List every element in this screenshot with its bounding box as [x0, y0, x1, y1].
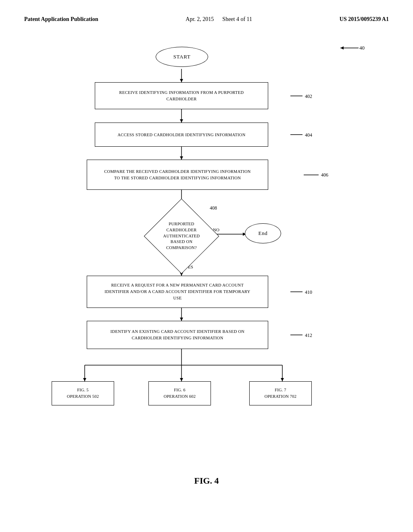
start-label: START — [173, 54, 191, 60]
header-left: Patent Application Publication — [24, 16, 98, 23]
node-410-label: Receive a request for a new permanent ca… — [104, 282, 250, 301]
fig7-label: Fig. 7Operation 702 — [265, 387, 296, 400]
svg-text:406: 406 — [321, 172, 328, 178]
svg-marker-21 — [180, 378, 183, 381]
node-402: Receive identifying information from a p… — [95, 82, 268, 109]
svg-marker-1 — [180, 79, 183, 82]
page-header: Patent Application Publication Apr. 2, 2… — [24, 16, 389, 23]
node-404: Access stored cardholder identifying inf… — [95, 123, 268, 147]
svg-marker-23 — [281, 378, 284, 381]
node-412-label: Identify an existing card account identi… — [111, 328, 245, 341]
header-right: US 2015/0095239 A1 — [340, 16, 389, 23]
svg-marker-35 — [340, 46, 344, 50]
node-408-label: Purported cardholderauthenticated based … — [161, 221, 202, 251]
end-node: End — [245, 223, 281, 243]
fig6-box: Fig. 6Operation 602 — [148, 381, 211, 405]
svg-text:410: 410 — [305, 289, 312, 295]
node-412: Identify an existing card account identi… — [87, 321, 268, 349]
svg-marker-5 — [180, 156, 183, 160]
header-center: Apr. 2, 2015 Sheet 4 of 11 — [186, 16, 252, 23]
node-406: Compare the received cardholder identify… — [87, 160, 268, 190]
svg-text:400: 400 — [359, 45, 365, 51]
svg-marker-19 — [83, 378, 86, 381]
fig7-box: Fig. 7Operation 702 — [249, 381, 312, 405]
svg-text:412: 412 — [305, 332, 312, 338]
node-408-ref: 408 — [210, 205, 217, 211]
node-404-label: Access stored cardholder identifying inf… — [117, 133, 245, 137]
svg-marker-15 — [180, 318, 183, 321]
fig5-label: Fig. 5Operation 502 — [67, 387, 99, 400]
node-408: Purported cardholderauthenticated based … — [149, 204, 214, 268]
header-sheet: Sheet 4 of 11 — [222, 16, 252, 22]
header-date: Apr. 2, 2015 — [186, 16, 214, 22]
node-410: Receive a request for a new permanent ca… — [87, 276, 268, 308]
figure-400-ref: 400 — [336, 42, 365, 56]
flowchart-diagram: YES NO 406 — [24, 27, 389, 490]
start-node: START — [156, 47, 208, 67]
figure-caption: FIG. 4 — [194, 476, 219, 486]
fig6-label: Fig. 6Operation 602 — [164, 387, 196, 400]
svg-text:402: 402 — [305, 94, 312, 99]
page: Patent Application Publication Apr. 2, 2… — [0, 0, 413, 532]
svg-text:404: 404 — [305, 132, 312, 138]
fig5-box: Fig. 5Operation 502 — [52, 381, 114, 405]
node-402-label: Receive identifying information from a p… — [119, 89, 244, 102]
node-406-label: Compare the received cardholder identify… — [104, 168, 251, 181]
svg-marker-3 — [180, 119, 183, 123]
end-label: End — [259, 230, 268, 237]
